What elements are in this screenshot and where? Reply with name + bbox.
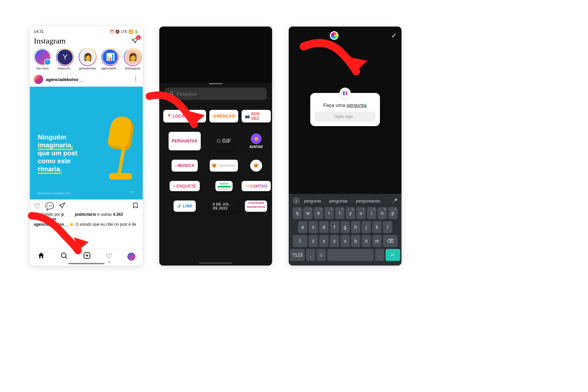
nav-activity[interactable]: ♡ (106, 252, 112, 261)
suggestion-word[interactable]: perguntando (354, 198, 382, 203)
key-g[interactable]: g (340, 221, 350, 233)
status-indicators: ⏰ 🔕 LTE 📶 🔋 (110, 30, 139, 34)
key-r[interactable]: r4 (325, 207, 334, 219)
your-story[interactable]: Seu story (33, 48, 52, 70)
nav-search[interactable] (60, 252, 68, 262)
question-title-input[interactable]: Faça uma pergunta (315, 102, 375, 108)
key-b[interactable]: b (351, 235, 360, 247)
key-y[interactable]: y6 (346, 207, 355, 219)
sticker-hashtag[interactable]: #HASHTAG (242, 181, 271, 191)
key-emoji[interactable]: ☺ (317, 249, 326, 261)
story-item[interactable]: 👩 geisaalvesac (78, 48, 98, 70)
story-item[interactable]: 👩 thaistaguiar (123, 48, 143, 70)
key-o[interactable]: o9 (378, 207, 387, 219)
stories-row[interactable]: Seu story Y trayecom... 👩 geisaalvesac 📊… (30, 48, 143, 72)
story-sticker-panel-screenshot: 📍LOCALIZAÇÃO @MENÇÃO 📷SUA VEZ PERGUNTAS … (159, 27, 272, 266)
key-c[interactable]: c (330, 235, 339, 247)
sticker-poll[interactable]: ≡ ENQUETE (170, 181, 199, 191)
done-button[interactable]: ✓ (391, 32, 397, 39)
gesture-bar (68, 263, 105, 264)
key-e[interactable]: e3 (314, 207, 323, 219)
suggestion-word[interactable]: pergunta (302, 198, 323, 203)
question-sticker[interactable]: Faça uma pergunta Digite algo... (310, 93, 380, 126)
microphone-illustration (96, 117, 136, 183)
mic-icon[interactable]: 🎤 (392, 198, 398, 203)
post-caption[interactable]: agenciadebolso__ 👉 O estudo que eu citei… (30, 221, 143, 229)
key-u[interactable]: u7 (356, 207, 366, 219)
key-v[interactable]: v (340, 235, 350, 247)
key-x[interactable]: x (319, 235, 329, 247)
sticker-emoji-reaction[interactable]: 😍 (250, 160, 262, 172)
post-likes-line[interactable]: P Curtido por p_____publicitario e outra… (30, 212, 143, 221)
nav-profile[interactable] (127, 253, 135, 261)
svg-point-0 (61, 253, 66, 258)
status-time: 14:31 (34, 29, 44, 34)
nav-home[interactable] (37, 252, 45, 262)
save-button[interactable] (132, 202, 139, 210)
key-j[interactable]: j (362, 221, 371, 233)
sticker-music[interactable]: ♪MÚSICA (172, 160, 197, 172)
post-image[interactable]: Ninguém imaginaria, que um post como est… (30, 87, 143, 199)
keyboard: › pergunta perguntar perguntando 🎤 q1w2e… (289, 194, 402, 266)
key-w[interactable]: w2 (303, 207, 313, 219)
key-i[interactable]: i8 (367, 207, 376, 219)
key-s[interactable]: s (309, 221, 318, 233)
drag-handle[interactable] (209, 83, 222, 84)
color-picker-button[interactable] (330, 31, 338, 40)
post-more-button[interactable]: ⋮ (133, 76, 139, 83)
post-image-text: Ninguém imaginaria, que um post como est… (38, 133, 98, 173)
sticker-questions[interactable]: PERGUNTAS (169, 132, 201, 150)
instagram-feed-screenshot: 14:31 ⏰ 🔕 LTE 📶 🔋 Instagram 1 Seu story … (30, 27, 143, 266)
key-a[interactable]: a (298, 221, 307, 233)
key-z[interactable]: z (309, 235, 318, 247)
post-avatar[interactable] (34, 75, 43, 84)
suggestion-expand[interactable]: › (293, 197, 300, 204)
post-actions: ♡ 💬 (30, 199, 143, 212)
post-header: agenciadebolso__ ⋮ (30, 72, 143, 87)
key-comma[interactable]: , (306, 249, 315, 261)
keyboard-row-1: q1w2e3r4t5y6u7i8o9p0 (290, 207, 400, 219)
gesture-bar (199, 263, 232, 264)
key-p[interactable]: p0 (388, 207, 398, 219)
sticker-quiz[interactable]: TESTE (215, 181, 233, 191)
key-shift[interactable]: ⇧ (293, 235, 307, 247)
comment-button[interactable]: 💬 (45, 202, 54, 211)
sticker-gif[interactable]: GIF (213, 132, 235, 150)
sticker-search[interactable] (165, 88, 267, 100)
key-q[interactable]: q1 (293, 207, 302, 219)
story-item[interactable]: 📊 agenciaefic... (100, 48, 120, 70)
svg-point-3 (217, 139, 220, 142)
like-button[interactable]: ♡ (34, 202, 40, 211)
key-n[interactable]: n (362, 235, 371, 247)
key-t[interactable]: t5 (335, 207, 344, 219)
key-h[interactable]: h (351, 221, 360, 233)
key-period[interactable]: . (375, 249, 384, 261)
key-d[interactable]: d (319, 221, 329, 233)
key-backspace[interactable]: ⌫ (383, 235, 398, 247)
key-f[interactable]: f (330, 221, 339, 233)
share-button[interactable] (59, 202, 65, 211)
sticker-link[interactable]: 🔗LINK (174, 200, 196, 212)
sticker-mention[interactable]: @MENÇÃO (209, 110, 238, 122)
nav-create[interactable] (83, 252, 91, 262)
search-input[interactable] (177, 91, 262, 97)
search-icon (169, 91, 174, 97)
p-badge-icon: P (34, 213, 38, 217)
key-space[interactable] (327, 249, 374, 261)
sticker-location[interactable]: 📍LOCALIZAÇÃO (163, 110, 206, 122)
messages-button[interactable]: 1 (131, 37, 139, 45)
sticker-your-turn[interactable]: 📷SUA VEZ (242, 110, 271, 122)
suggestion-bar: › pergunta perguntar perguntando 🎤 (290, 196, 400, 207)
suggestion-word[interactable]: perguntar (327, 198, 350, 203)
sticker-emoji-slider[interactable]: 😍 (210, 160, 238, 172)
key-l[interactable]: l (383, 221, 392, 233)
key-m[interactable]: m (372, 235, 382, 247)
key-enter[interactable]: ↵ (386, 249, 400, 261)
post-username[interactable]: agenciadebolso__ (46, 77, 130, 82)
key-k[interactable]: k (372, 221, 382, 233)
sticker-avatar[interactable]: 😊AVATAR (246, 132, 266, 150)
sticker-countdown[interactable]: CONTAGEMREGRESSIVA (245, 200, 267, 212)
sticker-date[interactable]: 9 DE JUL. DE 2022 (209, 200, 238, 212)
key-symbols[interactable]: ?123 (290, 249, 305, 261)
story-item[interactable]: Y trayecom... (55, 48, 75, 70)
